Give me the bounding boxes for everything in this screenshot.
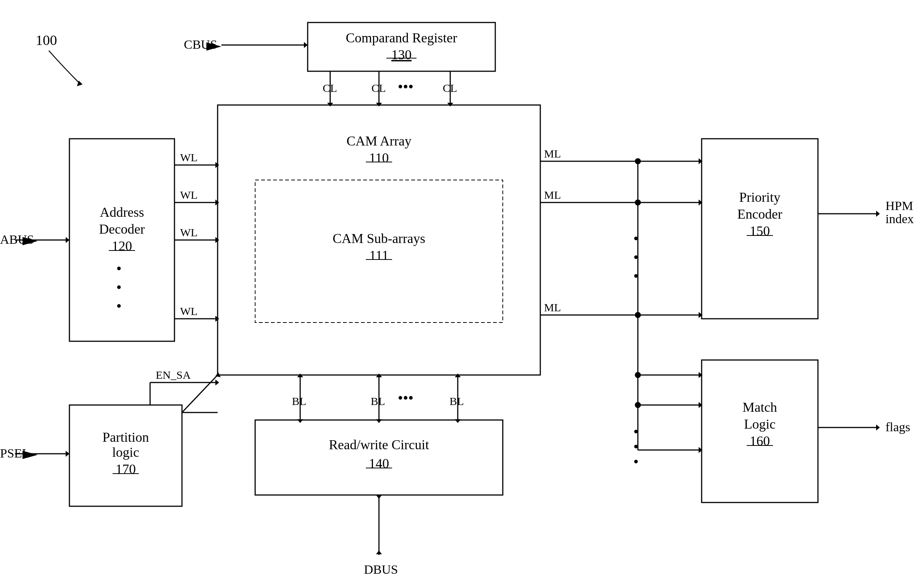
priority-encoder-number: 150 (750, 223, 770, 239)
ml-label-bottom: ML (544, 301, 561, 313)
svg-text:•: • (633, 423, 639, 440)
cam-array-number: 110 (369, 150, 389, 165)
hpm-index-label: HPM (885, 199, 913, 213)
priority-encoder-label: Priority (739, 190, 780, 205)
cam-subarrays-number: 111 (369, 248, 388, 263)
cl-label-right: CL (443, 82, 457, 94)
svg-text:•: • (116, 260, 121, 277)
comparand-register-block (308, 23, 495, 71)
svg-point-45 (635, 158, 641, 164)
match-logic-label: Match (743, 400, 777, 415)
comparand-register-number: 130 (391, 47, 412, 62)
svg-marker-16 (876, 425, 880, 431)
diagram-container: 100 Comparand Register 130 CBUS CAM Arra… (0, 0, 914, 588)
bl-label-mid: BL (371, 395, 385, 407)
partition-logic-label: Partition (102, 430, 149, 445)
match-logic-number: 160 (750, 433, 770, 449)
priority-encoder-label2: Encoder (737, 207, 782, 221)
address-decoder-number: 120 (112, 239, 132, 254)
address-decoder-label2: Decoder (99, 221, 145, 237)
svg-marker-13 (876, 211, 880, 217)
svg-point-60 (635, 402, 641, 408)
ml-label-top: ML (544, 147, 561, 160)
svg-point-48 (635, 199, 641, 205)
address-decoder-label: Address (100, 205, 144, 220)
svg-point-54 (635, 312, 641, 318)
reference-number: 100 (36, 32, 57, 48)
hpm-index-label2: index (885, 212, 914, 226)
readwrite-circuit-label: Read/write Circuit (329, 437, 429, 452)
svg-text:•••: ••• (398, 389, 414, 407)
svg-text:•: • (116, 279, 121, 296)
svg-text:•: • (633, 230, 639, 247)
match-logic-label2: Logic (744, 417, 776, 431)
svg-text:•••: ••• (398, 78, 414, 95)
svg-text:•: • (633, 453, 639, 470)
dbus-label: DBUS (364, 562, 398, 577)
cam-subarrays-label: CAM Sub-arrays (333, 231, 425, 246)
svg-marker-23 (376, 495, 382, 499)
svg-marker-82 (215, 380, 219, 386)
partition-logic-number: 170 (116, 462, 136, 477)
wl-label-1: WL (180, 151, 198, 163)
cl-label-mid: CL (372, 82, 386, 94)
en-sa-label: EN_SA (156, 368, 191, 381)
cl-label-left: CL (323, 82, 337, 94)
cam-array-label: CAM Array (347, 134, 412, 149)
svg-marker-20 (23, 451, 37, 459)
flags-label: flags (885, 420, 910, 434)
svg-text:•: • (633, 249, 639, 266)
partition-logic-label2: logic (112, 445, 139, 460)
svg-point-57 (635, 372, 641, 378)
bl-label-right: BL (450, 395, 464, 407)
svg-text:•: • (633, 268, 639, 284)
readwrite-circuit-number: 140 (369, 456, 389, 471)
wl-label-3: WL (180, 226, 198, 239)
ml-label-mid: ML (544, 189, 561, 201)
svg-text:•: • (633, 438, 639, 455)
wl-label-2: WL (180, 189, 198, 201)
bl-label-left: BL (292, 395, 306, 407)
svg-marker-24 (376, 551, 382, 554)
comparand-register-label: Comparand Register (346, 31, 457, 45)
wl-label-4: WL (180, 305, 198, 317)
svg-text:•: • (116, 298, 121, 315)
